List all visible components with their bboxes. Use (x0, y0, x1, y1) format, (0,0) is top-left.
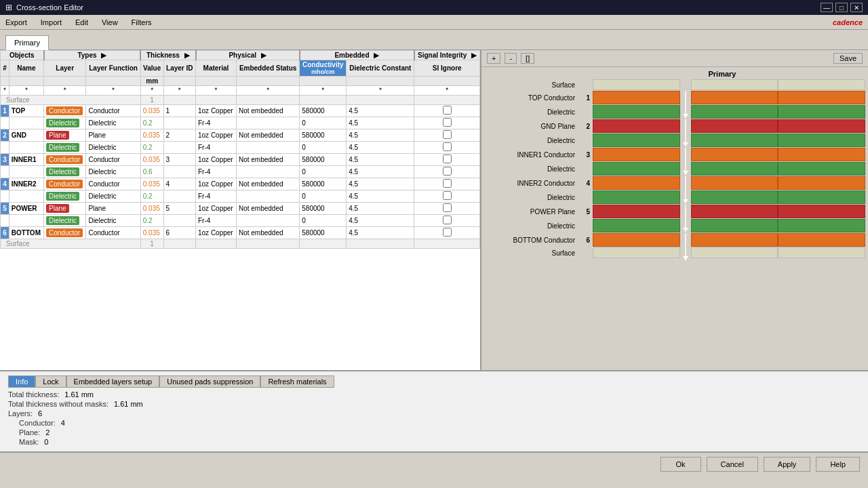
tab-primary[interactable]: Primary (5, 35, 49, 50)
layer-4-dielectric[interactable]: Dielectric Dielectric 0.2 Fr-4 0 4.5 (1, 190, 480, 203)
viz-surface-top: Surface (484, 79, 865, 90)
si-ignore-5d[interactable] (443, 216, 452, 224)
si-ignore-4[interactable] (443, 179, 452, 188)
wildcard-8: * (300, 86, 347, 96)
cross-section-table: Objects Types ▶ Thickness ▶ Physical ▶ (0, 50, 480, 249)
viz-inner1-conductor: INNER1 Conductor 3 (484, 148, 865, 161)
layer-2-plane[interactable]: 2 GND Plane Plane 0.035 2 1oz Copper Not… (1, 129, 480, 142)
info-total-thickness: Total thickness: 1.61 mm (8, 390, 143, 399)
wildcard-5: * (163, 86, 195, 96)
viz-gnd-plane: GND Plane 2 (484, 119, 865, 133)
si-ignore-2d[interactable] (443, 142, 452, 151)
si-ignore-1[interactable] (443, 106, 452, 115)
si-expand-icon[interactable]: ▶ (471, 52, 477, 59)
zoom-out-button[interactable]: - (505, 53, 517, 64)
info-tab-embedded[interactable]: Embedded layers setup (66, 375, 160, 388)
svg-marker-1 (683, 114, 688, 118)
apply-button[interactable]: Apply (764, 457, 811, 472)
wildcard-9: * (347, 86, 414, 96)
wildcard-1: * (9, 86, 43, 96)
menu-edit[interactable]: Edit (73, 17, 91, 28)
info-tab-refresh[interactable]: Refresh materials (260, 375, 334, 388)
col-unit-layer (44, 77, 86, 86)
ok-button[interactable]: Ok (660, 457, 701, 472)
info-tab-info[interactable]: Info (8, 375, 35, 388)
layer-3-conductor[interactable]: 3 INNER1 Conductor Conductor 0.035 3 1oz… (1, 154, 480, 166)
info-mask: Mask: 0 (19, 438, 143, 446)
col-unit-lid (163, 77, 195, 86)
viz-power-plane: POWER Plane 5 (484, 205, 865, 218)
help-button[interactable]: Help (816, 457, 860, 472)
menu-import[interactable]: Import (38, 17, 64, 28)
col-group-types: Types ▶ (44, 51, 141, 60)
arrow-bottom (680, 233, 691, 260)
layer-3-dielectric[interactable]: Dielectric Dielectric 0.6 Fr-4 0 4.5 (1, 166, 480, 178)
titlebar: ⊞ Cross-section Editor — □ ✕ (0, 0, 868, 15)
svg-marker-11 (683, 256, 688, 260)
layer-2-dielectric[interactable]: Dielectric Dielectric 0.2 Fr-4 0 4.5 (1, 142, 480, 154)
si-ignore-5[interactable] (443, 203, 452, 212)
layer-6-conductor[interactable]: 6 BOTTOM Conductor Conductor 0.035 6 1oz… (1, 227, 480, 239)
si-ignore-6[interactable] (443, 228, 452, 237)
si-ignore-3[interactable] (443, 155, 452, 163)
col-group-embedded: Embedded ▶ (300, 51, 414, 60)
col-si-ignore: SI Ignore (414, 60, 480, 77)
wildcard-0: * (1, 86, 9, 96)
wildcard-10: * (414, 86, 480, 96)
si-ignore-3d[interactable] (443, 167, 452, 176)
visualization-panel: + - [] Save Primary Surface (481, 50, 868, 370)
title-area: ⊞ Cross-section Editor (5, 3, 83, 12)
wildcard-7: * (236, 86, 299, 96)
wildcard-6: * (196, 86, 237, 96)
viz-dielectric-3: Dielectric (484, 162, 865, 176)
layer-1-conductor[interactable]: 1 TOP Conductor Conductor 0.035 1 1oz Co… (1, 105, 480, 117)
layer-5-plane[interactable]: 5 POWER Plane Plane 0.035 5 1oz Copper N… (1, 203, 480, 215)
thickness-expand-icon[interactable]: ▶ (184, 52, 190, 59)
info-total-no-masks: Total thickness without masks: 1.61 mm (8, 400, 143, 408)
col-unit-diel (347, 77, 414, 86)
brand-logo: cadence (830, 17, 865, 28)
viz-inner2-conductor: INNER2 Conductor 4 (484, 176, 865, 190)
svg-marker-7 (683, 199, 688, 203)
si-ignore-1d[interactable] (443, 118, 452, 127)
tab-bar: Primary (0, 30, 868, 50)
col-layer-function: Layer Function (86, 60, 140, 77)
maximize-button[interactable]: □ (835, 3, 848, 12)
info-col-main: Total thickness: 1.61 mm Total thickness… (8, 390, 143, 447)
col-unit-hash (1, 77, 9, 86)
save-button[interactable]: Save (833, 53, 863, 64)
layer-5-dielectric[interactable]: Dielectric Dielectric 0.2 Fr-4 0 4.5 (1, 215, 480, 227)
info-tab-unused-pads[interactable]: Unused pads suppression (159, 375, 260, 388)
fit-button[interactable]: [] (521, 53, 534, 64)
si-ignore-2[interactable] (443, 130, 452, 139)
col-conductivity: Conductivity mho/cm (300, 60, 347, 77)
info-tab-lock[interactable]: Lock (35, 375, 66, 388)
col-unit-name (9, 77, 43, 86)
menu-filters[interactable]: Filters (129, 17, 155, 28)
cancel-button[interactable]: Cancel (707, 457, 758, 472)
primary-header: Primary (579, 70, 865, 78)
physical-expand-icon[interactable]: ▶ (261, 52, 267, 59)
si-ignore-4d[interactable] (443, 191, 452, 200)
layer-4-conductor[interactable]: 4 INNER2 Conductor Conductor 0.035 4 1oz… (1, 178, 480, 190)
surface-bottom-row: Surface 1 (1, 239, 480, 249)
zoom-in-button[interactable]: + (487, 53, 500, 64)
app-icon: ⊞ (5, 3, 12, 12)
menu-view[interactable]: View (99, 17, 121, 28)
info-plane: Plane: 2 (19, 428, 143, 436)
types-expand-icon[interactable]: ▶ (101, 52, 106, 59)
menu-export[interactable]: Export (3, 17, 30, 28)
minimize-button[interactable]: — (821, 3, 833, 12)
embedded-expand-icon[interactable]: ▶ (374, 52, 379, 59)
close-button[interactable]: ✕ (850, 3, 863, 12)
viz-top-conductor: TOP Conductor 1 (484, 91, 865, 104)
surface-top-row: Surface 1 (1, 96, 480, 105)
layer-1-dielectric[interactable]: Dielectric Dielectric 0.2 Fr-4 0 4.5 (1, 117, 480, 129)
main-area: Objects Types ▶ Thickness ▶ Physical ▶ (0, 50, 868, 370)
viz-dielectric-5: Dielectric (484, 219, 865, 232)
col-layer: Layer (44, 60, 86, 77)
viz-dielectric-4: Dielectric (484, 190, 865, 204)
window-controls[interactable]: — □ ✕ (821, 3, 863, 12)
arrow-inner2 (680, 176, 691, 203)
col-material: Material (196, 60, 237, 77)
